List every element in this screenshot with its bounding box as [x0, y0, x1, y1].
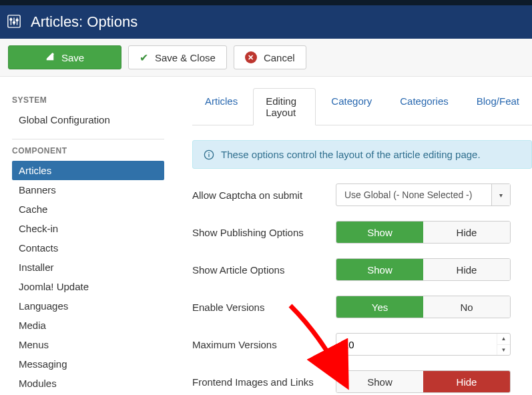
label-versions: Enable Versions: [192, 302, 336, 313]
page-title: Articles: Options: [31, 13, 138, 31]
captcha-select[interactable]: Use Global (- None Selected -) ▾: [336, 183, 511, 206]
check-icon: ✔: [140, 51, 148, 64]
versions-no[interactable]: No: [423, 296, 510, 318]
publishing-toggle[interactable]: Show Hide: [336, 221, 511, 244]
images-links-hide[interactable]: Hide: [423, 371, 510, 392]
save-icon: [45, 52, 55, 63]
sidebar-item-banners[interactable]: Banners: [12, 180, 164, 200]
sidebar-item-joomla-update[interactable]: Joomla! Update: [12, 277, 164, 296]
save-close-label: Save & Close: [155, 52, 216, 63]
main-panel: ArticlesEditing LayoutCategoryCategories…: [174, 87, 532, 393]
sidebar-item-media[interactable]: Media: [12, 316, 164, 335]
tab-category[interactable]: Category: [318, 88, 384, 125]
label-captcha: Allow Captcha on submit: [192, 189, 336, 201]
spin-down-icon[interactable]: ▼: [497, 345, 510, 356]
sidebar-item-contacts[interactable]: Contacts: [12, 238, 164, 258]
tab-categories[interactable]: Categories: [387, 88, 461, 125]
sidebar-item-check-in[interactable]: Check-in: [12, 219, 164, 238]
article-opts-hide[interactable]: Hide: [423, 259, 510, 280]
article-opts-show[interactable]: Show: [336, 259, 423, 280]
svg-rect-8: [208, 153, 209, 157]
sidebar-divider: [12, 139, 164, 139]
row-article-opts: Show Article Options Show Hide: [192, 258, 532, 281]
sidebar-item-modules[interactable]: Modules: [12, 374, 164, 393]
tab-blog-feat[interactable]: Blog/Feat: [464, 88, 532, 125]
sidebar-item-messaging[interactable]: Messaging: [12, 354, 164, 374]
sidebar-item-cache[interactable]: Cache: [12, 200, 164, 219]
row-publishing: Show Publishing Options Show Hide: [192, 221, 532, 244]
page-header: Articles: Options: [0, 5, 532, 39]
article-opts-toggle[interactable]: Show Hide: [336, 258, 511, 281]
info-icon: [204, 149, 214, 160]
images-links-show[interactable]: Show: [336, 371, 423, 392]
sliders-icon: [7, 14, 21, 31]
tab-articles[interactable]: Articles: [192, 88, 250, 125]
svg-point-4: [10, 18, 12, 20]
tab-editing-layout[interactable]: Editing Layout: [253, 88, 316, 125]
window-topbar: [0, 0, 532, 5]
versions-yes[interactable]: Yes: [336, 296, 423, 318]
info-box: These options control the layout of the …: [192, 140, 532, 169]
max-versions-input-wrap: ▲▼: [336, 333, 511, 356]
cancel-icon: ✕: [245, 51, 257, 63]
sidebar-item-installer[interactable]: Installer: [12, 258, 164, 277]
toolbar: Save ✔ Save & Close ✕ Cancel: [0, 39, 532, 77]
spin-up-icon[interactable]: ▲: [497, 334, 510, 345]
publishing-hide[interactable]: Hide: [423, 222, 510, 243]
sidebar: SYSTEM Global Configuration COMPONENT Ar…: [0, 87, 174, 393]
save-button[interactable]: Save: [8, 45, 121, 69]
sidebar-component-header: COMPONENT: [12, 146, 164, 155]
tabs: ArticlesEditing LayoutCategoryCategories…: [192, 87, 532, 125]
max-versions-input[interactable]: [336, 334, 497, 355]
sidebar-item-articles[interactable]: Articles: [12, 161, 164, 180]
svg-point-6: [16, 19, 18, 21]
label-images-links: Frontend Images and Links: [192, 376, 336, 388]
cancel-button[interactable]: ✕ Cancel: [234, 45, 306, 69]
row-max-versions: Maximum Versions ▲▼: [192, 333, 532, 356]
label-max-versions: Maximum Versions: [192, 339, 336, 350]
row-captcha: Allow Captcha on submit Use Global (- No…: [192, 183, 532, 206]
images-links-toggle[interactable]: Show Hide: [336, 370, 511, 393]
sidebar-item-menus[interactable]: Menus: [12, 335, 164, 354]
sidebar-system-header: SYSTEM: [12, 95, 164, 105]
captcha-value: Use Global (- None Selected -): [336, 184, 491, 206]
chevron-down-icon: ▾: [491, 184, 510, 206]
publishing-show[interactable]: Show: [336, 222, 423, 243]
row-versions: Enable Versions Yes No: [192, 296, 532, 318]
save-close-button[interactable]: ✔ Save & Close: [128, 45, 227, 69]
row-images-links: Frontend Images and Links Show Hide: [192, 370, 532, 393]
sidebar-item-global-config[interactable]: Global Configuration: [12, 110, 164, 129]
svg-point-5: [13, 21, 15, 23]
label-publishing: Show Publishing Options: [192, 227, 336, 238]
spinner[interactable]: ▲▼: [497, 334, 510, 355]
sidebar-item-languages[interactable]: Languages: [12, 296, 164, 316]
cancel-label: Cancel: [264, 52, 295, 63]
versions-toggle[interactable]: Yes No: [336, 296, 511, 318]
info-text: These options control the layout of the …: [221, 149, 481, 160]
label-article-opts: Show Article Options: [192, 264, 336, 276]
svg-rect-9: [208, 152, 209, 153]
save-label: Save: [61, 52, 84, 63]
